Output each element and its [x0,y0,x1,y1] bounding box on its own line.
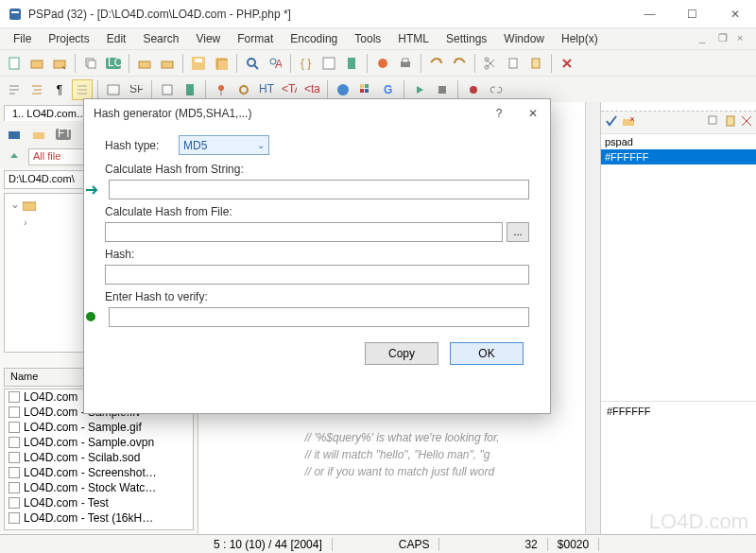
folder-open-icon[interactable] [28,124,49,145]
delete-icon[interactable] [557,53,577,74]
paste-icon-r[interactable] [724,114,737,130]
svg-rect-26 [509,59,517,68]
tool-a-icon[interactable] [103,79,124,100]
clipboard-copy-icon[interactable] [503,53,524,74]
list-item[interactable]: LO4D.com - Scilab.sod [5,450,193,465]
compile-icon[interactable] [372,53,393,74]
html-icon[interactable]: HTML [256,79,277,100]
menu-settings[interactable]: Settings [438,30,494,47]
right-item-1[interactable]: pspad [601,134,756,149]
hashtype-select[interactable]: MD5⌄ [179,135,269,155]
color-icon[interactable] [355,79,376,100]
dialog-help-button[interactable]: ? [482,99,516,128]
folder-x-icon[interactable] [622,114,635,130]
close-button[interactable]: ✕ [713,0,756,28]
play-icon[interactable] [409,79,430,100]
maximize-button[interactable]: ☐ [671,0,713,28]
open-recent-icon[interactable] [49,53,70,74]
file-icon [9,391,20,403]
list-item[interactable]: LO4D.com - Sample.gif [5,420,193,435]
minimize-button[interactable]: — [628,0,671,28]
file-tab[interactable]: 1.. LO4D.com… [4,105,95,121]
link-icon[interactable] [486,79,507,100]
save-all-icon[interactable] [211,53,232,74]
string-input[interactable] [109,180,529,199]
folder-tree-icon[interactable] [134,53,155,74]
menu-edit[interactable]: Edit [99,30,134,47]
right-item-2[interactable]: #FFFFFF [601,149,756,164]
svg-rect-0 [9,9,21,20]
bookmark-icon[interactable] [341,53,362,74]
highlight-icon[interactable] [72,79,93,100]
folder-icon[interactable] [157,53,178,74]
menubar: File Projects Edit Search View Format En… [0,28,756,49]
mdi-close-icon[interactable]: × [737,32,750,45]
list-item[interactable]: LO4D.com - Screenshot… [5,465,193,480]
cut-icon[interactable] [480,53,501,74]
check-icon[interactable] [605,114,618,130]
macro-icon[interactable] [318,53,339,74]
delete-icon-r[interactable] [741,115,752,130]
search-replace-icon[interactable]: A→ [265,53,285,74]
list-item[interactable]: LO4D.com - Sample.ovpn [5,435,193,450]
pilcrow-icon[interactable]: ¶ [49,79,70,100]
google-icon[interactable]: G [378,79,399,100]
copy-icon-r[interactable] [707,114,720,130]
log-icon[interactable]: LOG [103,53,124,74]
globe-icon[interactable] [333,79,353,100]
goto-icon[interactable] [157,79,178,100]
file-input[interactable] [105,222,503,242]
list-item[interactable]: LO4D.com - Stock Watc… [5,480,193,495]
file-icon [9,512,20,524]
ok-button[interactable]: OK [450,342,524,365]
mdi-restore-icon[interactable]: ❐ [718,32,731,45]
wrap-indent-icon[interactable] [26,79,47,100]
open-icon[interactable] [26,53,47,74]
nav-up-icon[interactable] [4,147,25,167]
copy-button[interactable]: Copy [365,342,438,365]
bookmark2-icon[interactable] [180,79,200,100]
menu-html[interactable]: HTML [390,30,437,47]
new-icon[interactable] [4,53,25,74]
menu-view[interactable]: View [188,30,228,47]
stop-icon[interactable] [432,79,453,100]
print-icon[interactable] [395,53,416,74]
paste-icon[interactable] [525,53,546,74]
editor-scrollbar[interactable] [585,102,600,534]
verify-input[interactable] [109,307,529,327]
save-icon[interactable] [188,53,209,74]
hash-output[interactable] [105,265,529,285]
spell-icon[interactable]: SPELL [126,79,146,100]
undo-icon[interactable] [426,53,447,74]
arrow-right-icon [84,182,99,198]
drive-icon[interactable] [4,124,25,145]
menu-format[interactable]: Format [230,30,281,47]
menu-encoding[interactable]: Encoding [283,30,345,47]
record-icon[interactable] [463,79,484,100]
svg-rect-28 [108,85,119,95]
svg-rect-9 [139,61,150,68]
gear-icon[interactable] [233,79,254,100]
list-item[interactable]: LO4D.com - Test (16kH… [5,510,193,526]
tag-open-icon[interactable]: <TAG [279,79,300,100]
pin-icon[interactable] [211,79,232,100]
svg-rect-46 [9,131,20,139]
list-item[interactable]: LO4D.com - Test [5,495,193,510]
ftp-icon[interactable]: FTP [53,124,74,145]
browse-button[interactable]: ... [507,222,529,242]
search-icon[interactable] [242,53,263,74]
menu-tools[interactable]: Tools [347,30,388,47]
menu-file[interactable]: File [6,30,39,47]
menu-window[interactable]: Window [496,30,552,47]
copy-icon[interactable] [80,53,101,74]
wordwrap-icon[interactable] [4,79,25,100]
svg-rect-51 [623,119,634,126]
mdi-min-icon[interactable]: _ [699,32,713,45]
dialog-close-button[interactable]: ✕ [516,99,550,128]
menu-search[interactable]: Search [135,30,186,47]
menu-help[interactable]: Help(x) [554,30,606,47]
menu-projects[interactable]: Projects [41,30,96,47]
tag-close-icon[interactable]: <tag [301,79,322,100]
redo-icon[interactable] [449,53,470,74]
brackets-icon[interactable]: { } [296,53,317,74]
